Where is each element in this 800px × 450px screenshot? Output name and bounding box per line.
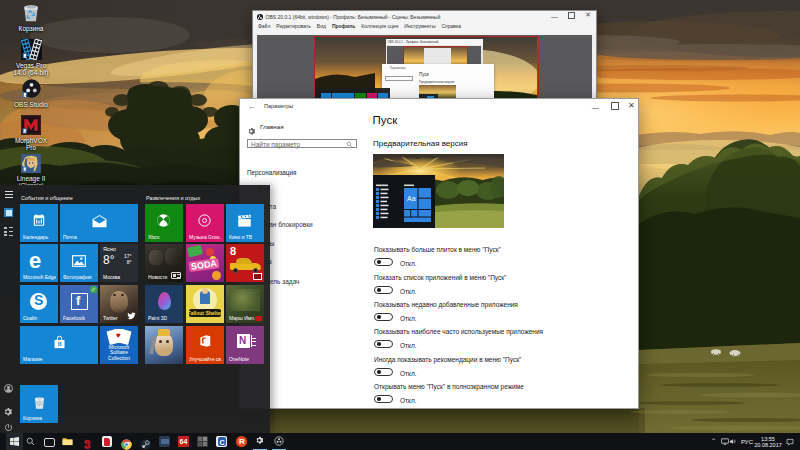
svg-text:Аа: Аа [407,195,416,202]
